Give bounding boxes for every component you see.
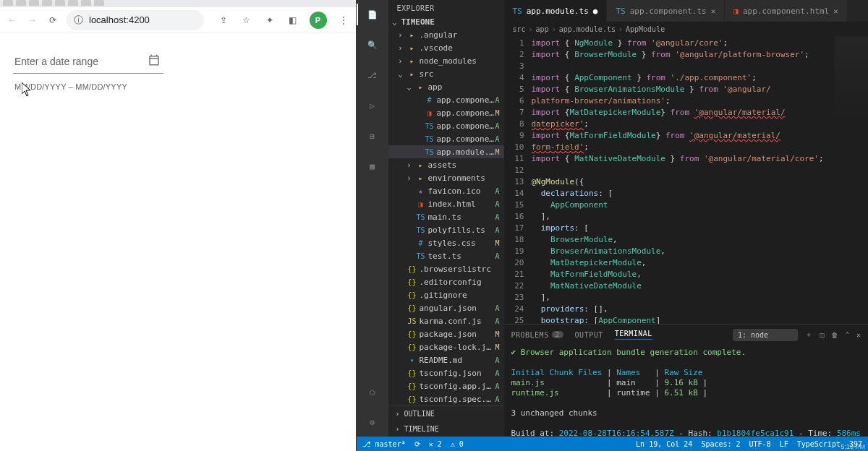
panel-tab-problems[interactable]: PROBLEMS 2 bbox=[511, 331, 563, 339]
editor-tabstrip: TSapp.module.ts●TSapp.component.ts✕◨app.… bbox=[504, 0, 869, 22]
panel-tab-output[interactable]: OUTPUT bbox=[575, 331, 603, 339]
menu-icon[interactable]: ⋮ bbox=[337, 14, 350, 27]
browser-tabstrip bbox=[0, 0, 356, 7]
reload-icon[interactable]: ⟳ bbox=[46, 14, 59, 27]
terminal-select[interactable]: 1: node bbox=[733, 329, 798, 341]
taskbar-clock[interactable]: 5:19 PM bbox=[841, 442, 865, 451]
omnibox[interactable]: ⓘ localhost:4200 bbox=[67, 10, 204, 30]
date-placeholder: Enter a date range bbox=[14, 56, 98, 67]
project-root[interactable]: ⌄TIMEONE bbox=[388, 15, 504, 28]
file-tsconfig.json[interactable]: {}tsconfig.jsonA bbox=[388, 366, 504, 379]
file-environments[interactable]: ›▸environments bbox=[388, 171, 504, 184]
remote-icon[interactable]: ▦ bbox=[364, 158, 381, 175]
status-errors[interactable]: ✕ 2 bbox=[429, 440, 442, 448]
browser-toolbar: ← → ⟳ ⓘ localhost:4200 ⇪ ☆ ✦ ◧ P ⋮ bbox=[0, 7, 356, 33]
site-info-icon[interactable]: ⓘ bbox=[74, 14, 83, 27]
file-app.component.css[interactable]: #app.component.cssA bbox=[388, 93, 504, 106]
file-styles.css[interactable]: #styles.cssM bbox=[388, 236, 504, 249]
file-.angular[interactable]: ›▸.angular bbox=[388, 28, 504, 41]
sidepanel-icon[interactable]: ◧ bbox=[286, 14, 299, 27]
browser-window: ← → ⟳ ⓘ localhost:4200 ⇪ ☆ ✦ ◧ P ⋮ Enter… bbox=[0, 0, 357, 451]
gear-icon[interactable]: ⚙ bbox=[364, 413, 381, 431]
split-terminal-icon[interactable]: ◫ bbox=[820, 331, 824, 339]
file-app.component.spec.ts[interactable]: TSapp.component.spec.tsA bbox=[388, 132, 504, 145]
file-tsconfig.spec.json[interactable]: {}tsconfig.spec.jsonA bbox=[388, 392, 504, 405]
editor-tab-app.component.html[interactable]: ◨app.component.html✕ bbox=[725, 0, 847, 22]
share-icon[interactable]: ⇪ bbox=[217, 14, 230, 27]
file-app[interactable]: ⌄▸app bbox=[388, 80, 504, 93]
file-assets[interactable]: ›▸assets bbox=[388, 158, 504, 171]
kill-terminal-icon[interactable]: 🗑 bbox=[831, 331, 838, 339]
file-polyfills.ts[interactable]: TSpolyfills.tsA bbox=[388, 223, 504, 236]
file-.gitignore[interactable]: {}.gitignore bbox=[388, 288, 504, 301]
extensions-icon[interactable]: ✦ bbox=[263, 14, 276, 27]
breadcrumb[interactable]: src›app›app.module.ts›AppModule bbox=[504, 22, 869, 36]
status-ln-col[interactable]: Ln 19, Col 24 bbox=[636, 440, 692, 448]
status-lang[interactable]: TypeScript bbox=[797, 440, 841, 448]
source-control-icon[interactable]: ⎇ bbox=[364, 66, 381, 84]
maximize-panel-icon[interactable]: ˄ bbox=[846, 331, 849, 339]
file-tree: ›▸.angular›▸.vscode›▸node_modules⌄▸src⌄▸… bbox=[388, 28, 504, 405]
close-panel-icon[interactable]: ✕ bbox=[856, 331, 861, 339]
date-hint: MM/DD/YYYY – MM/DD/YYYY bbox=[13, 82, 343, 91]
profile-avatar[interactable]: P bbox=[310, 12, 327, 29]
mouse-cursor-icon bbox=[22, 82, 32, 97]
minimap[interactable] bbox=[835, 36, 868, 324]
file-karma.conf.js[interactable]: JSkarma.conf.jsA bbox=[388, 314, 504, 327]
file-package-lock.json[interactable]: {}package-lock.jsonM bbox=[388, 340, 504, 353]
statusbar: ⎇ master* ⟳ ✕ 2 ⚠ 0 Ln 19, Col 24 Spaces… bbox=[357, 437, 869, 451]
activity-bar: 📄 🔍 ⎇ ▷ ⊞ ▦ ◯ ⚙ bbox=[357, 0, 388, 437]
editor-tab-app.module.ts[interactable]: TSapp.module.ts● bbox=[504, 0, 608, 22]
file-package.json[interactable]: {}package.jsonM bbox=[388, 327, 504, 340]
status-sync-icon[interactable]: ⟳ bbox=[414, 440, 420, 448]
bookmark-icon[interactable]: ☆ bbox=[240, 14, 253, 27]
file-node_modules[interactable]: ›▸node_modules bbox=[388, 54, 504, 67]
calendar-icon[interactable] bbox=[148, 53, 161, 69]
file-test.ts[interactable]: TStest.tsA bbox=[388, 249, 504, 262]
editor-area: TSapp.module.ts●TSapp.component.ts✕◨app.… bbox=[504, 0, 869, 437]
outline-section[interactable]: ›OUTLINE bbox=[388, 406, 504, 421]
panel: PROBLEMS 2 OUTPUT TERMINAL 1: node ＋ ◫ 🗑… bbox=[504, 324, 869, 437]
explorer-icon[interactable]: 📄 bbox=[364, 6, 381, 23]
date-range-input[interactable]: Enter a date range bbox=[13, 46, 163, 74]
file-favicon.ico[interactable]: ★favicon.icoA bbox=[388, 184, 504, 197]
new-terminal-icon[interactable]: ＋ bbox=[805, 330, 812, 340]
editor-tab-app.component.ts[interactable]: TSapp.component.ts✕ bbox=[607, 0, 725, 22]
file-main.ts[interactable]: TSmain.tsA bbox=[388, 210, 504, 223]
url-text: localhost:4200 bbox=[89, 14, 150, 25]
nav-back-icon[interactable]: ← bbox=[6, 14, 19, 27]
panel-tab-terminal[interactable]: TERMINAL bbox=[615, 330, 652, 340]
status-branch[interactable]: ⎇ master* bbox=[362, 440, 406, 448]
file-app.module.ts[interactable]: TSapp.module.tsM bbox=[388, 145, 504, 158]
status-warnings[interactable]: ⚠ 0 bbox=[451, 440, 464, 448]
file-.editorconfig[interactable]: {}.editorconfig bbox=[388, 275, 504, 288]
file-README.md[interactable]: ▾README.mdA bbox=[388, 353, 504, 366]
file-app.component.ts[interactable]: TSapp.component.tsA bbox=[388, 119, 504, 132]
file-src[interactable]: ⌄▸src bbox=[388, 67, 504, 80]
extensions-icon[interactable]: ⊞ bbox=[364, 127, 381, 145]
terminal-output[interactable]: ✔ Browser application bundle generation … bbox=[504, 345, 869, 437]
explorer-sidebar: EXPLORER ⌄TIMEONE ›▸.angular›▸.vscode›▸n… bbox=[388, 0, 504, 437]
explorer-title: EXPLORER bbox=[388, 0, 504, 15]
status-spaces[interactable]: Spaces: 2 bbox=[701, 440, 740, 448]
search-icon[interactable]: 🔍 bbox=[364, 36, 381, 53]
vscode-window: 📄 🔍 ⎇ ▷ ⊞ ▦ ◯ ⚙ EXPLORER ⌄TIMEONE ›▸.ang… bbox=[357, 0, 869, 451]
status-eol[interactable]: LF bbox=[780, 440, 788, 448]
file-tsconfig.app.json[interactable]: {}tsconfig.app.jsonA bbox=[388, 379, 504, 392]
timeline-section[interactable]: ›TIMELINE bbox=[388, 421, 504, 437]
account-icon[interactable]: ◯ bbox=[364, 383, 381, 400]
file-angular.json[interactable]: {}angular.jsonA bbox=[388, 301, 504, 314]
nav-forward-icon[interactable]: → bbox=[26, 14, 39, 27]
code-content[interactable]: import { NgModule } from '@angular/core'… bbox=[532, 36, 869, 324]
status-encoding[interactable]: UTF-8 bbox=[749, 440, 771, 448]
file-app.component.html[interactable]: ◨app.component.htmlM bbox=[388, 106, 504, 119]
page-content: Enter a date range MM/DD/YYYY – MM/DD/YY… bbox=[0, 33, 356, 451]
file-.vscode[interactable]: ›▸.vscode bbox=[388, 41, 504, 54]
file-index.html[interactable]: ◨index.htmlA bbox=[388, 197, 504, 210]
debug-icon[interactable]: ▷ bbox=[364, 97, 381, 114]
file-.browserslistrc[interactable]: {}.browserslistrc bbox=[388, 262, 504, 275]
line-numbers: 12345 6 7 891011121314151617181920212223… bbox=[504, 36, 532, 324]
